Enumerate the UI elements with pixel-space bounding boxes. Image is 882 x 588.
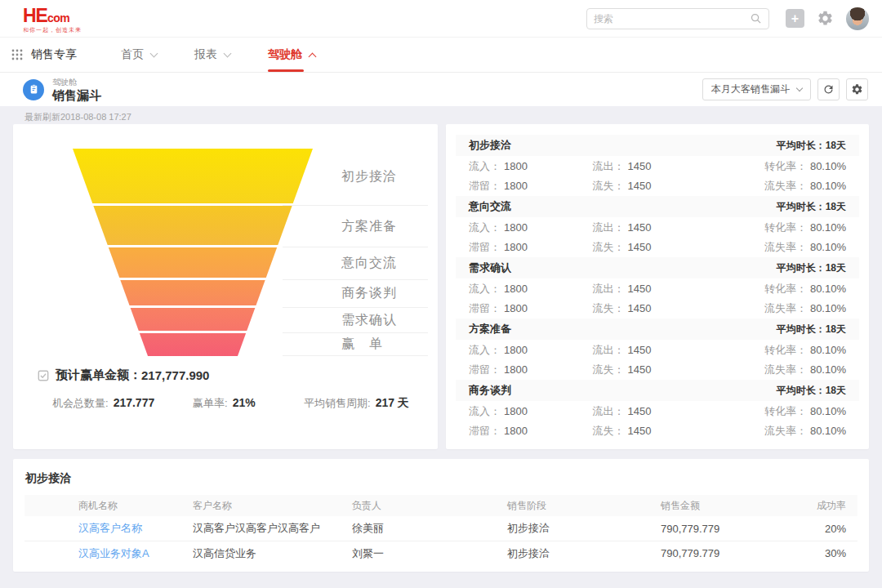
stage-metrics-row: 滞留：1800流失：1450流失率：80.10% (456, 176, 859, 195)
metric-conversion-rate: 转化率：80.10% (764, 403, 846, 419)
metric-lost: 流失：1450 (593, 301, 710, 316)
funnel-segment-1[interactable] (73, 149, 313, 203)
opportunities-table-card: 初步接洽 商机名称客户名称负责人销售阶段销售金额成功率 汉高客户名称汉高客户汉高… (13, 459, 869, 572)
stage-section-header: 需求确认平均时长：18天 (456, 257, 859, 278)
estimated-win-amount-value: 217,777.990 (141, 368, 209, 382)
column-header: 客户名称 (193, 499, 352, 513)
stage-section-header: 意向交流平均时长：18天 (456, 196, 859, 217)
stage-panel: 初步接洽平均时长：18天流入：1800流出：1450转化率：80.10%滞留：1… (456, 135, 859, 440)
nav-item-cockpit[interactable]: 驾驶舱 (268, 38, 315, 72)
funnel-segment-4[interactable] (73, 280, 313, 305)
column-header: 销售阶段 (507, 499, 661, 513)
app-navbar: 销售专享 首页 报表 驾驶舱 (0, 38, 882, 73)
metric-loss-rate: 流失率：80.10% (764, 178, 846, 194)
opportunity-link[interactable]: 汉高客户名称 (78, 521, 193, 536)
funnel-stage-label-row: 需求确认 (283, 308, 428, 333)
table-cell: 徐美丽 (352, 521, 507, 536)
funnel-stage-label-row: 赢 单 (283, 333, 428, 356)
chevron-down-icon (796, 85, 803, 91)
stage-section: 初步接洽平均时长：18天流入：1800流出：1450转化率：80.10%滞留：1… (456, 135, 859, 195)
metric-lost: 流失：1450 (593, 362, 710, 377)
metric-stranded: 滞留：1800 (469, 301, 593, 316)
breadcrumb-category: 驾驶舱 (52, 78, 101, 87)
estimated-win-amount: 预计赢单金额：217,777.990 (38, 368, 209, 383)
funnel-segment-3[interactable] (73, 247, 313, 278)
table-cell: 刘聚一 (352, 546, 507, 561)
funnel-filter-value: 本月大客销售漏斗 (711, 82, 790, 96)
metric-conversion-rate: 转化率：80.10% (764, 281, 846, 296)
stage-metrics-row: 滞留：1800流失：1450流失率：80.10% (456, 359, 859, 379)
add-button[interactable]: + (786, 9, 804, 28)
kpi-avg-sales-cycle: 平均销售周期:217 天 (304, 395, 416, 411)
metric-loss-rate: 流失率：80.10% (764, 362, 846, 377)
stage-section-title: 商务谈判 (469, 383, 511, 398)
funnel-stage-label-row: 初步接洽 (283, 149, 428, 206)
stage-metrics-row: 流入：1800流出：1450转化率：80.10% (456, 401, 859, 421)
table-cell: 初步接洽 (507, 546, 661, 561)
stage-avg-duration: 平均时长：18天 (777, 323, 846, 336)
stage-metrics-panel: 初步接洽平均时长：18天流入：1800流出：1450转化率：80.10%滞留：1… (446, 124, 869, 449)
chevron-down-icon (224, 50, 232, 58)
metric-loss-rate: 流失率：80.10% (764, 239, 846, 255)
funnel-filter-dropdown[interactable]: 本月大客销售漏斗 (702, 78, 811, 100)
opportunities-table: 商机名称客户名称负责人销售阶段销售金额成功率 汉高客户名称汉高客户汉高客户汉高客… (24, 495, 858, 565)
nav-item-reports[interactable]: 报表 (194, 38, 230, 72)
metric-inflow: 流入：1800 (469, 342, 593, 358)
metric-inflow: 流入：1800 (469, 220, 593, 235)
card-settings-button[interactable] (846, 78, 868, 100)
stage-metrics-row: 滞留：1800流失：1450流失率：80.10% (456, 237, 859, 256)
funnel-segment-2[interactable] (73, 206, 313, 245)
column-header: 成功率 (767, 499, 846, 513)
brand-logo-he: HE (23, 5, 47, 26)
metric-outflow: 流出：1450 (593, 158, 710, 174)
search-icon[interactable] (750, 12, 762, 24)
table-cell: 30% (767, 547, 846, 559)
stage-section-title: 初步接洽 (469, 138, 511, 153)
stage-metrics-row: 流入：1800流出：1450转化率：80.10% (456, 217, 859, 237)
chevron-up-icon (309, 52, 317, 60)
settings-gear-icon[interactable] (817, 10, 834, 27)
metric-conversion-rate: 转化率：80.10% (764, 158, 846, 174)
funnel-segment-6[interactable] (73, 333, 313, 356)
funnel-segment-5[interactable] (73, 308, 313, 331)
page-title: 销售漏斗 (52, 89, 101, 101)
table-header-row: 商机名称客户名称负责人销售阶段销售金额成功率 (24, 495, 858, 516)
global-search[interactable] (586, 8, 769, 29)
kpi-win-rate: 赢单率:21% (193, 395, 304, 411)
metric-inflow: 流入：1800 (469, 158, 593, 174)
dashboard-badge-icon (23, 79, 44, 100)
metric-lost: 流失：1450 (593, 423, 710, 439)
kpi-label: 机会总数量: (52, 397, 109, 409)
kpi-value: 217.777 (114, 396, 155, 409)
refresh-button[interactable] (817, 78, 840, 100)
stage-metrics-row: 滞留：1800流失：1450流失率：80.10% (456, 298, 859, 318)
stage-avg-duration: 平均时长：18天 (777, 384, 846, 398)
column-header: 商机名称 (78, 499, 193, 513)
workspace-switcher[interactable]: 销售专享 (31, 47, 77, 62)
funnel-stage-label-row: 意向交流 (283, 247, 428, 280)
search-input[interactable] (594, 13, 750, 24)
funnel-stage-label-row: 商务谈判 (283, 280, 428, 308)
apps-grid-icon[interactable] (11, 49, 23, 60)
stage-metrics-row: 滞留：1800流失：1450流失率：80.10% (456, 421, 859, 440)
metric-loss-rate: 流失率：80.10% (764, 423, 846, 439)
funnel-stage-label: 方案准备 (341, 218, 397, 235)
table-cell: 790,779.779 (661, 547, 767, 559)
metric-stranded: 滞留：1800 (469, 239, 593, 255)
metric-outflow: 流出：1450 (593, 220, 710, 235)
page-title-bar: 驾驶舱 销售漏斗 本月大客销售漏斗 (0, 73, 882, 106)
stage-section-title: 方案准备 (469, 322, 511, 336)
brand-logo-com: com (47, 11, 69, 24)
stage-section-header: 商务谈判平均时长：18天 (456, 380, 859, 401)
last-refresh-time: 最新刷新2018-08-08 17:27 (0, 106, 882, 124)
nav-item-home[interactable]: 首页 (121, 38, 157, 72)
funnel-chart-shape (73, 149, 313, 356)
funnel-stage-labels: 初步接洽方案准备意向交流商务谈判需求确认赢 单 (283, 149, 428, 356)
metric-conversion-rate: 转化率：80.10% (764, 342, 846, 358)
funnel-kpis: 机会总数量:217.777 赢单率:21% 平均销售周期:217 天 (52, 395, 416, 411)
table-row: 汉高业务对象A汉高信贷业务刘聚一初步接洽790,779.77930% (24, 541, 858, 565)
opportunity-link[interactable]: 汉高业务对象A (78, 546, 193, 561)
user-avatar[interactable] (846, 7, 869, 30)
stage-section: 商务谈判平均时长：18天流入：1800流出：1450转化率：80.10%滞留：1… (456, 380, 859, 440)
chevron-down-icon (150, 50, 158, 58)
